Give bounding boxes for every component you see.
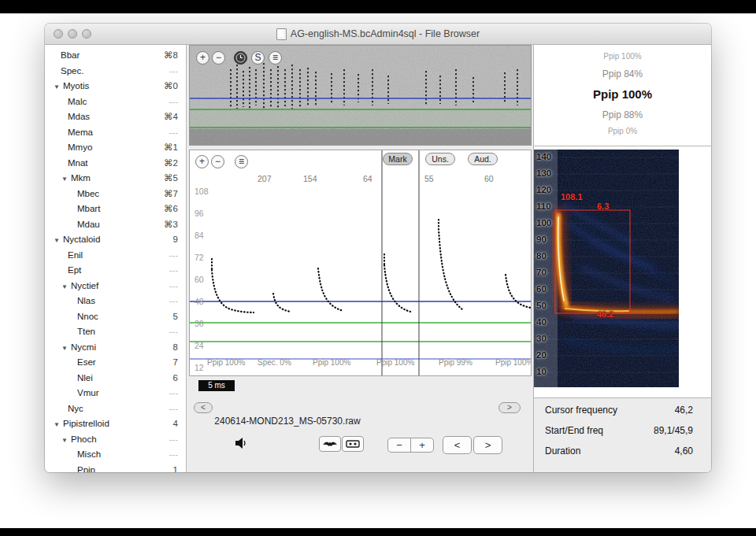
frequency-tick-label: 108 [195,187,209,196]
disclosure-triangle-icon[interactable]: ▼ [54,417,63,433]
measurement-info-panel: Cursor frequency 46,2 Start/End freq 89,… [534,397,711,472]
next-call-button[interactable]: > [498,402,521,413]
previous-call-button[interactable]: < [194,402,213,413]
plot-zoom-in-button[interactable]: + [195,155,209,168]
species-label: Mnat [68,158,88,168]
disclosure-triangle-icon[interactable]: ▼ [61,433,71,449]
call-spectrogram-panel[interactable]: 108.1 6.3 46.2 1401301201101009080706050… [534,150,679,387]
file-overview-strip[interactable]: + − S ≡ [189,45,532,146]
sidebar-item-eser[interactable]: Eser7 [45,355,186,371]
sidebar-item-mkm[interactable]: ▼Mkm⌘5 [45,171,186,187]
disclosure-triangle-icon[interactable]: ▼ [54,233,63,249]
plot-zoom-out-button[interactable]: − [211,155,224,168]
species-shortcut: ⌘8 [164,48,178,64]
bat-call-button[interactable] [319,436,341,452]
document-icon [276,28,287,40]
call-measurement-plot[interactable]: + − ≡ Mark Uns. Aud. 1089684726048362412… [189,150,532,376]
screenshot-root: AG-english-MS.bcAdmin4sql - File Browser… [0,0,756,536]
sidebar-item-ppip[interactable]: Ppip1 [45,463,186,473]
species-shortcut: --- [169,432,179,448]
recording-button[interactable] [342,436,364,452]
sidebar-item-mbart[interactable]: Mbart⌘6 [45,201,186,217]
mark-button[interactable]: Mark [383,153,413,165]
species-label: Mbart [77,204,100,213]
classification-result[interactable]: Ppip 88% [534,109,711,120]
sidebar-item-mdas[interactable]: Mdas⌘4 [45,109,186,125]
call-classification-label: Ppip 100% [313,358,350,367]
zoom-in-step-button[interactable]: + [410,438,434,453]
sidebar-item-nyctaloid[interactable]: ▼Nyctaloid9 [45,232,186,248]
frequency-tick-label: 36 [195,319,204,328]
overview-menu-button[interactable]: ≡ [269,51,282,65]
clock-icon[interactable] [234,51,247,65]
species-shortcut: --- [169,94,179,110]
sidebar-item-spec[interactable]: Spec.--- [45,64,186,79]
species-shortcut: --- [169,64,179,79]
sidebar-item-misch[interactable]: Misch--- [45,447,186,463]
s-mode-button[interactable]: S [251,51,265,65]
sidebar-item-mema[interactable]: Mema--- [45,125,186,141]
sidebar-item-nyc[interactable]: Nyc--- [45,401,186,417]
sidebar-item-mmyo[interactable]: Mmyo⌘1 [45,140,186,156]
call-spectrogram-canvas[interactable] [534,150,679,387]
disclosure-triangle-icon[interactable]: ▼ [61,279,71,295]
classification-result[interactable]: Ppip 100% [534,87,711,101]
species-label: Mbec [77,189,99,198]
spectrogram-frequency-tick: 80 [536,251,547,261]
overview-zoom-in-button[interactable]: + [196,51,209,65]
species-shortcut: ⌘4 [164,109,178,125]
sidebar-item-mnat[interactable]: Mnat⌘2 [45,156,186,172]
title-bar[interactable]: AG-english-MS.bcAdmin4sql - File Browser [45,24,711,45]
sidebar-item-nlei[interactable]: Nlei6 [45,371,186,386]
interval-value: 207 [258,174,272,183]
duration-annotation: 6.3 [597,201,609,211]
overview-zoom-out-button[interactable]: − [212,51,225,65]
species-label: Mdau [77,220,100,229]
plot-menu-button[interactable]: ≡ [235,155,248,168]
classification-result[interactable]: Ppip 84% [534,68,711,79]
sidebar-item-nnoc[interactable]: Nnoc5 [45,309,186,325]
sidebar-item-pipistrelloid[interactable]: ▼Pipistrelloid4 [45,416,186,432]
sidebar-item-nyctief[interactable]: ▼Nyctief--- [45,279,186,294]
species-shortcut: 4 [173,416,178,432]
interval-value: 55 [424,174,434,183]
disclosure-triangle-icon[interactable]: ▼ [61,341,71,357]
interval-value: 154 [303,174,317,183]
sidebar-item-myotis[interactable]: ▼Myotis⌘0 [45,79,186,94]
frequency-tick-label: 48 [195,297,204,306]
sidebar-item-tten[interactable]: Tten--- [45,324,186,340]
species-label: Mema [68,128,93,137]
next-file-button[interactable]: > [473,436,502,454]
measurement-plot-canvas[interactable] [190,150,532,376]
speaker-icon[interactable] [235,437,249,449]
sidebar-item-nlas[interactable]: Nlas--- [45,294,186,309]
species-shortcut: 9 [173,232,178,248]
sidebar-item-nycmi[interactable]: ▼Nycmi8 [45,340,186,356]
sidebar-item-phoch[interactable]: ▼Phoch--- [45,432,186,448]
sidebar-item-malc[interactable]: Malc--- [45,94,186,110]
sidebar-item-bbar[interactable]: Bbar⌘8 [45,48,186,64]
disclosure-triangle-icon[interactable]: ▼ [54,79,63,95]
species-label: Mkm [71,173,91,183]
sidebar-item-mdau[interactable]: Mdau⌘3 [45,217,186,233]
previous-file-button[interactable]: < [443,436,472,454]
start-end-freq-label: Start/End freq [545,425,603,436]
app-window: AG-english-MS.bcAdmin4sql - File Browser… [45,24,711,472]
classification-result[interactable]: Ppip 0% [534,127,711,135]
start-frequency-annotation: 108.1 [561,192,583,201]
audio-button[interactable]: Aud. [468,153,498,165]
call-frequency-traces [212,220,531,312]
sidebar-item-enil[interactable]: Enil--- [45,248,186,264]
sidebar-item-vmur[interactable]: Vmur--- [45,386,186,401]
species-sidebar[interactable]: Bbar⌘8Spec.---▼Myotis⌘0Malc---Mdas⌘4Mema… [45,45,187,472]
sidebar-item-mbec[interactable]: Mbec⌘7 [45,187,186,202]
disclosure-triangle-icon[interactable]: ▼ [61,172,71,187]
species-label: Spec. [61,66,83,76]
zoom-out-step-button[interactable]: − [387,438,411,453]
sidebar-item-ept[interactable]: Ept--- [45,263,186,279]
frequency-tick-label: 12 [195,363,204,372]
classification-result[interactable]: Ppip 100% [534,52,711,61]
species-label: Ept [68,265,81,275]
unsure-button[interactable]: Uns. [425,153,455,165]
call-classification-label: Ppip 100% [207,358,245,367]
